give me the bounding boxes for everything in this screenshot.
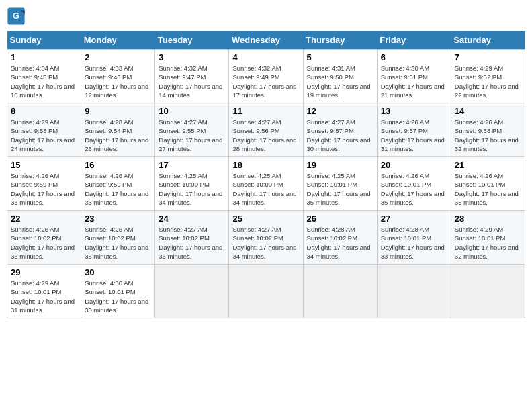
day-number: 26 bbox=[307, 214, 373, 224]
day-detail: Sunrise: 4:26 AMSunset: 9:59 PMDaylight:… bbox=[11, 171, 77, 207]
day-number: 21 bbox=[455, 160, 521, 170]
day-detail: Sunrise: 4:26 AMSunset: 9:58 PMDaylight:… bbox=[455, 118, 521, 153]
day-detail: Sunrise: 4:28 AMSunset: 10:02 PMDaylight… bbox=[307, 225, 373, 261]
day-number: 14 bbox=[455, 106, 521, 116]
day-detail: Sunrise: 4:25 AMSunset: 10:01 PMDaylight… bbox=[307, 171, 373, 207]
day-detail: Sunrise: 4:26 AMSunset: 10:01 PMDaylight… bbox=[455, 171, 521, 207]
day-detail: Sunrise: 4:30 AMSunset: 10:01 PMDaylight… bbox=[85, 279, 151, 314]
day-number: 6 bbox=[381, 52, 447, 62]
day-detail: Sunrise: 4:26 AMSunset: 10:02 PMDaylight… bbox=[11, 225, 77, 261]
day-number: 22 bbox=[11, 214, 77, 224]
day-detail: Sunrise: 4:26 AMSunset: 9:57 PMDaylight:… bbox=[381, 118, 447, 153]
calendar-cell: 12Sunrise: 4:27 AMSunset: 9:57 PMDayligh… bbox=[303, 103, 377, 157]
week-row: 15Sunrise: 4:26 AMSunset: 9:59 PMDayligh… bbox=[7, 157, 525, 211]
calendar-cell: 18Sunrise: 4:25 AMSunset: 10:00 PMDaylig… bbox=[229, 157, 303, 211]
calendar-cell bbox=[155, 265, 229, 318]
day-detail: Sunrise: 4:29 AMSunset: 10:01 PMDaylight… bbox=[455, 225, 521, 261]
calendar-cell: 30Sunrise: 4:30 AMSunset: 10:01 PMDaylig… bbox=[81, 265, 155, 318]
calendar-cell: 9Sunrise: 4:28 AMSunset: 9:54 PMDaylight… bbox=[81, 103, 155, 157]
day-number: 27 bbox=[381, 214, 447, 224]
day-number: 13 bbox=[381, 106, 447, 116]
day-number: 12 bbox=[307, 106, 373, 116]
day-detail: Sunrise: 4:27 AMSunset: 9:57 PMDaylight:… bbox=[307, 118, 373, 153]
calendar-cell bbox=[451, 265, 525, 318]
day-number: 25 bbox=[232, 214, 299, 224]
day-detail: Sunrise: 4:27 AMSunset: 10:02 PMDaylight… bbox=[232, 225, 299, 261]
day-number: 18 bbox=[232, 160, 299, 170]
day-header-tuesday: Tuesday bbox=[155, 31, 229, 50]
day-number: 3 bbox=[159, 52, 225, 62]
calendar-cell: 27Sunrise: 4:28 AMSunset: 10:01 PMDaylig… bbox=[377, 211, 451, 265]
calendar-cell: 20Sunrise: 4:26 AMSunset: 10:01 PMDaylig… bbox=[377, 157, 451, 211]
day-detail: Sunrise: 4:29 AMSunset: 9:52 PMDaylight:… bbox=[455, 64, 521, 99]
day-number: 28 bbox=[455, 214, 521, 224]
svg-text:G: G bbox=[13, 11, 19, 21]
calendar-cell: 17Sunrise: 4:25 AMSunset: 10:00 PMDaylig… bbox=[155, 157, 229, 211]
day-detail: Sunrise: 4:27 AMSunset: 9:56 PMDaylight:… bbox=[232, 118, 299, 153]
calendar-cell: 24Sunrise: 4:27 AMSunset: 10:02 PMDaylig… bbox=[155, 211, 229, 265]
calendar-cell: 29Sunrise: 4:29 AMSunset: 10:01 PMDaylig… bbox=[7, 265, 81, 318]
day-number: 8 bbox=[11, 106, 77, 116]
day-header-monday: Monday bbox=[81, 31, 155, 50]
day-number: 19 bbox=[307, 160, 373, 170]
day-detail: Sunrise: 4:25 AMSunset: 10:00 PMDaylight… bbox=[232, 171, 299, 207]
calendar-cell bbox=[229, 265, 303, 318]
day-number: 11 bbox=[232, 106, 299, 116]
day-detail: Sunrise: 4:30 AMSunset: 9:51 PMDaylight:… bbox=[381, 64, 447, 99]
calendar-cell: 15Sunrise: 4:26 AMSunset: 9:59 PMDayligh… bbox=[7, 157, 81, 211]
calendar-cell: 19Sunrise: 4:25 AMSunset: 10:01 PMDaylig… bbox=[303, 157, 377, 211]
day-number: 9 bbox=[85, 106, 151, 116]
calendar-cell: 13Sunrise: 4:26 AMSunset: 9:57 PMDayligh… bbox=[377, 103, 451, 157]
calendar-cell: 23Sunrise: 4:26 AMSunset: 10:02 PMDaylig… bbox=[81, 211, 155, 265]
day-number: 10 bbox=[159, 106, 225, 116]
day-detail: Sunrise: 4:27 AMSunset: 9:55 PMDaylight:… bbox=[159, 118, 225, 153]
calendar-cell: 28Sunrise: 4:29 AMSunset: 10:01 PMDaylig… bbox=[451, 211, 525, 265]
logo-icon: G bbox=[7, 7, 26, 26]
day-header-saturday: Saturday bbox=[451, 31, 525, 50]
day-number: 23 bbox=[85, 214, 151, 224]
day-detail: Sunrise: 4:28 AMSunset: 9:54 PMDaylight:… bbox=[85, 118, 151, 153]
calendar-cell: 21Sunrise: 4:26 AMSunset: 10:01 PMDaylig… bbox=[451, 157, 525, 211]
calendar-cell: 1Sunrise: 4:34 AMSunset: 9:45 PMDaylight… bbox=[7, 50, 81, 103]
logo: G bbox=[7, 7, 28, 26]
calendar-cell: 25Sunrise: 4:27 AMSunset: 10:02 PMDaylig… bbox=[229, 211, 303, 265]
day-header-friday: Friday bbox=[377, 31, 451, 50]
day-detail: Sunrise: 4:34 AMSunset: 9:45 PMDaylight:… bbox=[11, 64, 77, 99]
calendar-cell: 2Sunrise: 4:33 AMSunset: 9:46 PMDaylight… bbox=[81, 50, 155, 103]
week-row: 29Sunrise: 4:29 AMSunset: 10:01 PMDaylig… bbox=[7, 265, 525, 318]
calendar-cell: 5Sunrise: 4:31 AMSunset: 9:50 PMDaylight… bbox=[303, 50, 377, 103]
week-row: 1Sunrise: 4:34 AMSunset: 9:45 PMDaylight… bbox=[7, 50, 525, 103]
day-detail: Sunrise: 4:29 AMSunset: 10:01 PMDaylight… bbox=[11, 279, 77, 314]
day-number: 30 bbox=[85, 267, 151, 277]
day-number: 4 bbox=[232, 52, 299, 62]
calendar-cell: 8Sunrise: 4:29 AMSunset: 9:53 PMDaylight… bbox=[7, 103, 81, 157]
calendar-header: SundayMondayTuesdayWednesdayThursdayFrid… bbox=[7, 31, 525, 50]
day-number: 5 bbox=[307, 52, 373, 62]
day-header-thursday: Thursday bbox=[303, 31, 377, 50]
day-header-sunday: Sunday bbox=[7, 31, 81, 50]
calendar-cell bbox=[303, 265, 377, 318]
page-header: G bbox=[7, 7, 525, 26]
day-number: 17 bbox=[159, 160, 225, 170]
day-detail: Sunrise: 4:25 AMSunset: 10:00 PMDaylight… bbox=[159, 171, 225, 207]
day-header-wednesday: Wednesday bbox=[229, 31, 303, 50]
calendar-cell: 11Sunrise: 4:27 AMSunset: 9:56 PMDayligh… bbox=[229, 103, 303, 157]
day-detail: Sunrise: 4:26 AMSunset: 10:02 PMDaylight… bbox=[85, 225, 151, 261]
day-detail: Sunrise: 4:26 AMSunset: 9:59 PMDaylight:… bbox=[85, 171, 151, 207]
calendar-cell bbox=[377, 265, 451, 318]
day-detail: Sunrise: 4:31 AMSunset: 9:50 PMDaylight:… bbox=[307, 64, 373, 99]
calendar-cell: 26Sunrise: 4:28 AMSunset: 10:02 PMDaylig… bbox=[303, 211, 377, 265]
calendar-cell: 14Sunrise: 4:26 AMSunset: 9:58 PMDayligh… bbox=[451, 103, 525, 157]
day-number: 24 bbox=[159, 214, 225, 224]
day-detail: Sunrise: 4:32 AMSunset: 9:49 PMDaylight:… bbox=[232, 64, 299, 99]
day-detail: Sunrise: 4:32 AMSunset: 9:47 PMDaylight:… bbox=[159, 64, 225, 99]
day-detail: Sunrise: 4:27 AMSunset: 10:02 PMDaylight… bbox=[159, 225, 225, 261]
day-detail: Sunrise: 4:29 AMSunset: 9:53 PMDaylight:… bbox=[11, 118, 77, 153]
day-number: 15 bbox=[11, 160, 77, 170]
calendar-cell: 6Sunrise: 4:30 AMSunset: 9:51 PMDaylight… bbox=[377, 50, 451, 103]
calendar-cell: 4Sunrise: 4:32 AMSunset: 9:49 PMDaylight… bbox=[229, 50, 303, 103]
day-detail: Sunrise: 4:28 AMSunset: 10:01 PMDaylight… bbox=[381, 225, 447, 261]
day-number: 1 bbox=[11, 52, 77, 62]
calendar-cell: 22Sunrise: 4:26 AMSunset: 10:02 PMDaylig… bbox=[7, 211, 81, 265]
day-number: 7 bbox=[455, 52, 521, 62]
